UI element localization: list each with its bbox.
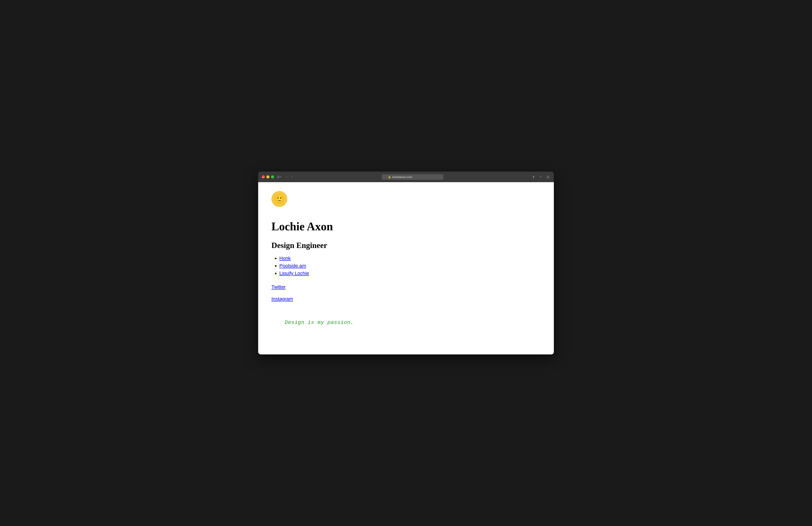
traffic-lights (262, 175, 274, 179)
back-icon: ‹ (286, 175, 287, 179)
sidebar-chevron-icon: ▾ (280, 175, 281, 179)
page-title: Lochie Axon (271, 220, 541, 233)
list-item: Honk (279, 256, 541, 261)
new-tab-button[interactable]: + (539, 174, 542, 180)
page-content: 🙂 Lochie Axon Design Engineer Honk Pools… (258, 182, 554, 354)
instagram-link[interactable]: Instagram (271, 296, 541, 302)
poolside-link[interactable]: Poolside.am (279, 263, 306, 269)
lock-icon: 🔒 (388, 175, 391, 179)
list-item: Poolside.am (279, 263, 541, 269)
browser-actions: ⬆ + ⊞ (531, 174, 550, 180)
titlebar: ⊞ ▾ ‹ › 🛡 🔒 lochieaxon.com ↻ ⬆ + ⊞ (258, 172, 554, 182)
list-item: Liquify Lochie (279, 270, 541, 276)
sidebar-icon: ⊞ (277, 175, 280, 179)
address-bar-container: 🛡 🔒 lochieaxon.com ↻ (296, 174, 530, 180)
grid-button[interactable]: ⊞ (546, 174, 550, 180)
url-text: lochieaxon.com (392, 175, 412, 179)
maximize-button[interactable] (271, 175, 274, 179)
twitter-link[interactable]: Twitter (271, 284, 541, 290)
projects-list: Honk Poolside.am Liquify Lochie (279, 256, 541, 276)
browser-window: ⊞ ▾ ‹ › 🛡 🔒 lochieaxon.com ↻ ⬆ + ⊞ 🙂 Loc… (258, 172, 554, 354)
address-bar[interactable]: 🔒 lochieaxon.com (382, 174, 444, 180)
back-button[interactable]: ‹ (285, 174, 288, 180)
share-button[interactable]: ⬆ (531, 174, 536, 180)
tagline-text: Design is my passion. (271, 319, 541, 326)
close-button[interactable] (262, 175, 265, 179)
page-subtitle: Design Engineer (271, 241, 541, 250)
sidebar-toggle-button[interactable]: ⊞ ▾ (276, 174, 283, 180)
avatar: 🙂 (271, 191, 287, 207)
liquify-link[interactable]: Liquify Lochie (279, 270, 309, 276)
forward-icon: › (291, 175, 293, 179)
minimize-button[interactable] (266, 175, 270, 179)
honk-link[interactable]: Honk (279, 256, 291, 261)
forward-button[interactable]: › (290, 174, 294, 180)
